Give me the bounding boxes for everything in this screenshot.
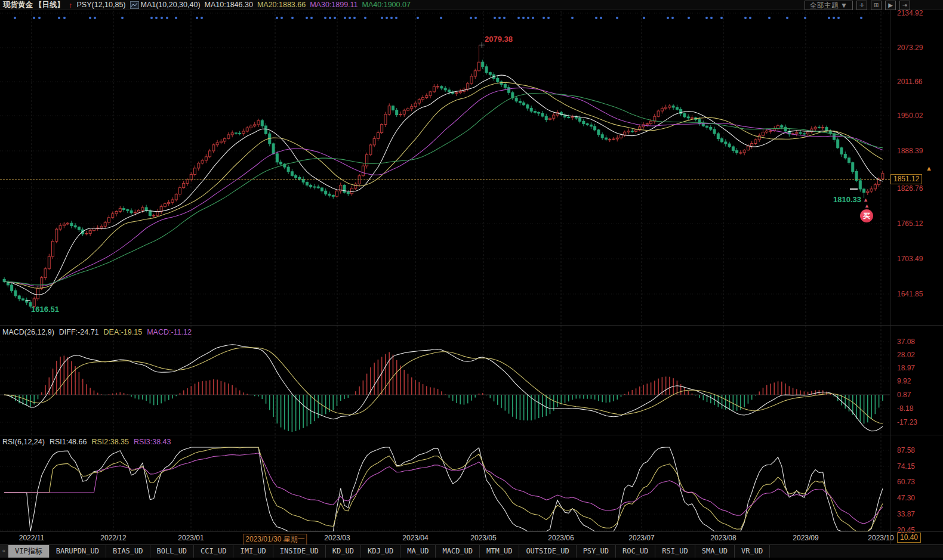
macd-panel-header: MACD(26,12,9) DIFF:-24.71 DEA:-19.15 MAC… xyxy=(2,328,192,336)
event-dot-icon xyxy=(833,17,835,19)
price-axis-label: 1888.39 xyxy=(897,147,923,155)
high-price-label: 2079.38 xyxy=(485,35,513,44)
indicator-tab-outside_ud[interactable]: OUTSIDE_UD xyxy=(519,545,576,558)
ma20-value: MA20:1883.66 xyxy=(257,1,306,9)
date-label: 2023/07 xyxy=(628,534,654,542)
current-price-box: 1851.12 xyxy=(890,174,922,184)
indicator-tab-vr_ud[interactable]: VR_UD xyxy=(735,545,770,558)
macd-diff-value: DIFF:-24.71 xyxy=(59,328,99,336)
ma30-value: MA30:1899.11 xyxy=(310,1,358,9)
event-dot-icon xyxy=(33,17,35,19)
date-label: 2023/06 xyxy=(548,534,574,542)
indicator-tab-vip指标[interactable]: VIP指标 xyxy=(8,545,50,558)
trading-app-window: 现货黄金 【日线】 ↑ PSY(12,10,85) MA1(10,20,30,4… xyxy=(0,0,943,560)
event-dot-icon xyxy=(166,17,168,19)
theme-dropdown[interactable]: 全部主题 ▼ xyxy=(805,1,853,10)
psy-indicator-label: PSY(12,10,85) xyxy=(77,1,126,9)
event-dot-icon xyxy=(14,17,16,19)
date-label: 2023/04 xyxy=(402,534,428,542)
indicator-tab-psy_ud[interactable]: PSY_UD xyxy=(577,545,616,558)
timeframe-label: 【日线】 xyxy=(35,0,64,10)
indicator-tab-roc_ud[interactable]: ROC_UD xyxy=(616,545,655,558)
event-dot-icon xyxy=(804,17,806,19)
event-dot-icon xyxy=(828,17,830,19)
event-dot-icon xyxy=(276,17,278,19)
indicator-tab-sma_ud[interactable]: SMA_UD xyxy=(695,545,735,558)
price-axis-label: 1950.02 xyxy=(897,112,923,120)
rsi-axis-label: 60.73 xyxy=(897,478,915,486)
rsi-current-box: 10.40 xyxy=(897,533,921,543)
event-dot-icon xyxy=(395,17,397,19)
event-dot-icon xyxy=(291,17,294,19)
instrument-title: 现货黄金 xyxy=(3,0,33,10)
event-dot-icon xyxy=(349,17,351,19)
event-dot-icon xyxy=(329,17,331,19)
up-arrow-icon: ↑ xyxy=(69,1,73,10)
rsi-title: RSI(6,12,24) xyxy=(2,438,45,446)
indicator-tab-kdj_ud[interactable]: KDJ_UD xyxy=(361,545,400,558)
indicator-tab-inside_ud[interactable]: INSIDE_UD xyxy=(273,545,326,558)
indicator-tab-kd_ud[interactable]: KD_UD xyxy=(326,545,361,558)
event-dot-icon xyxy=(517,17,520,19)
rsi-axis-label: 74.15 xyxy=(897,462,915,471)
event-dot-icon xyxy=(671,17,674,19)
indicator-tab-barupdn_ud[interactable]: BARUPDN_UD xyxy=(50,545,106,558)
event-dot-icon xyxy=(643,17,645,19)
event-dot-icon xyxy=(89,17,91,19)
event-dot-icon xyxy=(58,17,60,19)
ma40-value: MA40:1900.07 xyxy=(362,1,411,9)
event-dot-icon xyxy=(417,17,419,19)
date-label: 2023/01 xyxy=(178,534,204,542)
pan-move-icon[interactable]: ✛ xyxy=(856,1,867,10)
date-label: 2023/09 xyxy=(793,534,818,542)
event-dot-icon xyxy=(837,17,840,19)
chart-canvas[interactable] xyxy=(0,0,943,560)
event-dot-icon xyxy=(616,17,618,19)
indicator-tab-ma_ud[interactable]: MA_UD xyxy=(400,545,436,558)
event-dot-icon xyxy=(532,17,534,19)
indicator-tab-boll_ud[interactable]: BOLL_UD xyxy=(150,545,195,558)
rsi1-value: RSI1:48.66 xyxy=(50,438,87,446)
recent-low-label: 1810.33 xyxy=(833,195,861,204)
pane-play-icon[interactable]: ▶ xyxy=(885,1,896,10)
event-dot-icon xyxy=(474,17,477,19)
buy-triangle-icon: ▲ xyxy=(863,197,868,203)
event-dot-icon xyxy=(503,17,506,19)
macd-macd-value: MACD:-11.12 xyxy=(147,328,192,336)
price-axis-label: 1641.85 xyxy=(897,290,923,298)
chart-mini-icon xyxy=(130,1,139,9)
event-dot-icon xyxy=(527,17,529,19)
event-dot-icon xyxy=(155,17,158,19)
event-dot-icon xyxy=(390,17,393,19)
event-dot-icon xyxy=(744,17,747,19)
pane-shift-left-icon[interactable]: ⊞ xyxy=(871,1,882,10)
selected-date-label: 2023/01/30 星期一 xyxy=(243,534,307,545)
macd-dea-value: DEA:-19.15 xyxy=(104,328,143,336)
event-dot-icon xyxy=(196,17,198,19)
indicator-tab-mtm_ud[interactable]: MTM_UD xyxy=(480,545,519,558)
indicator-tab-bias_ud[interactable]: BIAS_UD xyxy=(106,545,150,558)
indicator-tab-bar: « VIP指标BARUPDN_UDBIAS_UDBOLL_UDCCI_UDIMI… xyxy=(0,544,943,558)
price-axis-label: 1765.12 xyxy=(897,219,923,228)
indicator-tab-imi_ud[interactable]: IMI_UD xyxy=(233,545,273,558)
macd-axis-label: 37.08 xyxy=(897,338,915,346)
event-dot-icon xyxy=(720,17,723,19)
candle-underline-marker xyxy=(850,188,858,190)
date-label: 2022/12 xyxy=(100,534,126,542)
event-dot-icon xyxy=(334,17,336,19)
tab-scroll-left-button[interactable]: « xyxy=(0,545,8,558)
low-marker-tick xyxy=(26,300,30,301)
indicator-tab-cci_ud[interactable]: CCI_UD xyxy=(194,545,233,558)
event-dot-icon xyxy=(749,17,751,19)
event-dot-icon xyxy=(38,17,41,19)
event-dot-icon xyxy=(667,17,669,19)
buy-signal-badge: 买 xyxy=(860,209,873,222)
indicator-tab-macd_ud[interactable]: MACD_UD xyxy=(436,545,480,558)
event-dot-icon xyxy=(161,17,163,19)
ma-group-label: MA1(10,20,30,40) xyxy=(141,1,201,9)
event-dot-icon xyxy=(201,17,203,19)
ma10-value: MA10:1846.30 xyxy=(205,1,253,9)
rsi-axis-label: 47.30 xyxy=(897,494,915,502)
event-dot-icon xyxy=(494,17,496,19)
indicator-tab-rsi_ud[interactable]: RSI_UD xyxy=(655,545,695,558)
